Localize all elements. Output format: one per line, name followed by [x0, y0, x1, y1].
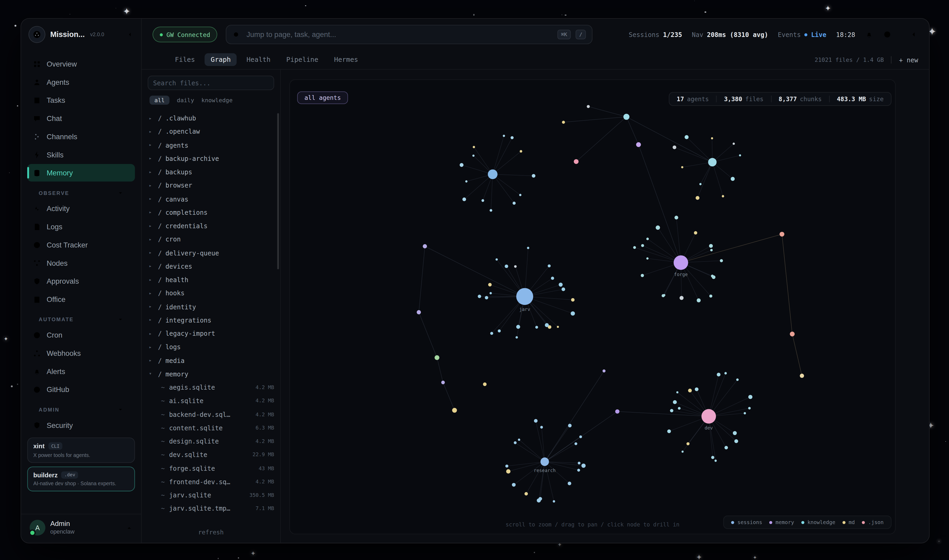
- right-panel-collapse-button[interactable]: [910, 30, 918, 39]
- tree-file-design-sqlite[interactable]: ~design.sqlite4.2 MB: [148, 435, 274, 448]
- sidebar-item-security[interactable]: Security: [27, 416, 135, 434]
- chevron-down-icon[interactable]: [117, 190, 123, 196]
- bell-icon: [865, 30, 874, 39]
- graph-stats: 17agents3,380files8,377chunks483.3 MBsiz…: [669, 92, 892, 106]
- chip-knowledge[interactable]: knowledge: [201, 97, 232, 103]
- tree-folder-delivery-queue[interactable]: ▸/delivery-queue: [148, 246, 274, 259]
- user-menu-chevron[interactable]: [126, 525, 132, 531]
- file-tree: ▸/.clawhub▸/.openclaw▸/agents▸/backup-ar…: [148, 111, 274, 525]
- sidebar-collapse-button[interactable]: [126, 31, 134, 38]
- file-bullet: ~: [161, 451, 165, 458]
- tree-folder-identity[interactable]: ▸/identity: [148, 300, 274, 313]
- graph-canvas[interactable]: jarvforgedevresearch all agents 17agents…: [289, 79, 896, 534]
- tree-file-aegis-sqlite[interactable]: ~aegis.sqlite4.2 MB: [148, 381, 274, 394]
- sidebar-item-agents[interactable]: Agents: [27, 73, 135, 91]
- tree-file-forge-sqlite[interactable]: ~forge.sqlite43 MB: [148, 462, 274, 475]
- user-menu[interactable]: A Admin openclaw: [21, 514, 141, 537]
- tree-folder-canvas[interactable]: ▸/canvas: [148, 192, 274, 206]
- sidebar-item-tasks[interactable]: Tasks: [27, 91, 135, 109]
- sidebar-item-office[interactable]: Office: [27, 291, 135, 308]
- refresh-button[interactable]: refresh: [148, 525, 274, 539]
- channels-icon: [33, 132, 41, 141]
- sidebar-item-github[interactable]: GitHub: [27, 381, 135, 398]
- tree-folder--clawhub[interactable]: ▸/.clawhub: [148, 111, 274, 125]
- tree-file-jarv-sqlite[interactable]: ~jarv.sqlite350.5 MB: [148, 488, 274, 502]
- agents-filter-chip[interactable]: all agents: [297, 91, 348, 104]
- sidebar-item-approvals[interactable]: Approvals: [27, 272, 135, 290]
- tree-folder-devices[interactable]: ▸/devices: [148, 259, 274, 273]
- tree-folder-legacy-import[interactable]: ▸/legacy-import: [148, 327, 274, 340]
- tree-file-jarv-sqlite-tmp-[interactable]: ~jarv.sqlite.tmp…7.1 MB: [148, 502, 274, 515]
- tree-folder-integrations[interactable]: ▸/integrations: [148, 313, 274, 327]
- promo-card-xint[interactable]: xintCLIX power tools for agents.: [27, 437, 135, 463]
- tree-file-content-sqlite[interactable]: ~content.sqlite6.3 MB: [148, 421, 274, 435]
- sidebar-item-skills[interactable]: Skills: [27, 146, 135, 163]
- sidebar-item-channels[interactable]: Channels: [27, 128, 135, 145]
- folder-name: memory: [165, 370, 188, 377]
- content: alldailyknowledge ▸/.clawhub▸/.openclaw▸…: [142, 69, 929, 543]
- graph-svg[interactable]: jarvforgedevresearch: [290, 80, 895, 534]
- file-size: 43 MB: [258, 465, 274, 471]
- tab-pipeline[interactable]: Pipeline: [280, 53, 325, 66]
- search-input[interactable]: [245, 29, 552, 39]
- sidebar-item-logs[interactable]: Logs: [27, 218, 135, 235]
- tree-file-backend-dev-sql-[interactable]: ~backend-dev.sql…4.2 MB: [148, 408, 274, 421]
- stat-value: 8,377: [778, 95, 797, 102]
- layout-toggle-button[interactable]: [152, 56, 160, 64]
- chip-daily[interactable]: daily: [177, 97, 194, 103]
- toolbar-right: 21021 files / 1.4 GB + new: [815, 56, 918, 63]
- activity-icon: [33, 204, 41, 213]
- tree-folder-credentials[interactable]: ▸/credentials: [148, 219, 274, 232]
- graph-stat-files: 3,380files: [716, 95, 771, 102]
- sidebar-item-alerts[interactable]: Alerts: [27, 362, 135, 380]
- global-search[interactable]: ⌘K /: [226, 25, 592, 44]
- file-search-input[interactable]: [148, 75, 274, 90]
- tree-folder-browser[interactable]: ▸/browser: [148, 178, 274, 192]
- tree-folder-hooks[interactable]: ▸/hooks: [148, 286, 274, 300]
- sparkle-star-icon: ✦: [4, 337, 8, 342]
- tab-hermes[interactable]: Hermes: [328, 53, 365, 66]
- chevron-down-icon[interactable]: [117, 317, 123, 323]
- tree-folder-completions[interactable]: ▸/completions: [148, 206, 274, 219]
- sidebar-item-chat[interactable]: Chat: [27, 109, 135, 127]
- tree-file-frontend-dev-sq-[interactable]: ~frontend-dev.sq…4.2 MB: [148, 475, 274, 488]
- chevron-down-icon[interactable]: [117, 406, 123, 412]
- tree-folder-logs[interactable]: ▸/logs: [148, 340, 274, 354]
- tab-files[interactable]: Files: [169, 53, 201, 66]
- tree-folder-media[interactable]: ▸/media: [148, 354, 274, 367]
- tree-folder-memory[interactable]: ▾/memory: [148, 367, 274, 381]
- tree-folder-backups[interactable]: ▸/backups: [148, 165, 274, 178]
- file-name: backend-dev.sql…: [169, 411, 249, 418]
- tab-graph[interactable]: Graph: [205, 53, 237, 66]
- sidebar-item-overview[interactable]: Overview: [27, 55, 135, 72]
- sidebar-item-label: Memory: [46, 169, 73, 177]
- feedback-button[interactable]: [883, 30, 891, 39]
- chip-all[interactable]: all: [149, 95, 170, 105]
- tree-folder-backup-archive[interactable]: ▸/backup-archive: [148, 152, 274, 165]
- scrollbar[interactable]: [277, 113, 279, 269]
- sidebar-item-nodes[interactable]: Nodes: [27, 254, 135, 272]
- promo-card-builderz[interactable]: builderz.devAI-native dev shop · Solana …: [27, 466, 135, 491]
- new-button[interactable]: + new: [899, 56, 918, 63]
- sidebar-item-cost-tracker[interactable]: Cost Tracker: [27, 236, 135, 253]
- main: GW Connected ⌘K / Sessions1/235 Nav208ms…: [142, 19, 929, 543]
- tree-folder--openclaw[interactable]: ▸/.openclaw: [148, 125, 274, 138]
- legend-item-knowledge: knowledge: [801, 519, 835, 525]
- tree-file-dev-sqlite[interactable]: ~dev.sqlite22.9 MB: [148, 448, 274, 462]
- folder-prefix: /: [158, 330, 162, 337]
- sidebar-item-memory[interactable]: Memory: [27, 164, 135, 182]
- sidebar-item-cron[interactable]: Cron: [27, 326, 135, 344]
- tree-folder-health[interactable]: ▸/health: [148, 273, 274, 286]
- notifications-button[interactable]: [865, 30, 874, 39]
- caret-right-icon: ▸: [149, 277, 155, 282]
- tab-health[interactable]: Health: [240, 53, 277, 66]
- tree-file-ai-sqlite[interactable]: ~ai.sqlite4.2 MB: [148, 394, 274, 408]
- topbar-stats: Sessions1/235 Nav208ms (8310 avg) Events…: [629, 30, 918, 39]
- gateway-status-badge[interactable]: GW Connected: [152, 27, 217, 43]
- tree-folder-cron[interactable]: ▸/cron: [148, 232, 274, 246]
- file-bullet: ~: [161, 478, 165, 485]
- sidebar-item-webhooks[interactable]: Webhooks: [27, 344, 135, 362]
- app-window: Mission... v2.0.0 OverviewAgentsTasksCha…: [21, 18, 930, 543]
- sidebar-item-activity[interactable]: Activity: [27, 200, 135, 217]
- tree-folder-agents[interactable]: ▸/agents: [148, 138, 274, 152]
